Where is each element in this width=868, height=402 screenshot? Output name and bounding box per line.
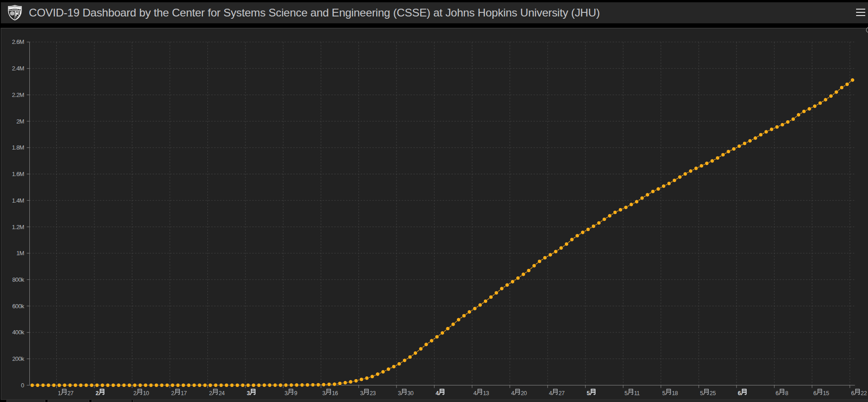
- svg-text:3: 3: [360, 390, 363, 397]
- svg-text:6: 6: [738, 390, 741, 397]
- svg-text:23: 23: [369, 390, 376, 397]
- svg-text:22: 22: [861, 390, 867, 397]
- svg-text:16: 16: [332, 390, 338, 397]
- svg-text:30: 30: [407, 390, 414, 397]
- svg-text:5: 5: [624, 390, 628, 397]
- svg-text:24: 24: [218, 390, 225, 397]
- svg-text:3: 3: [398, 390, 401, 397]
- svg-text:17: 17: [181, 390, 187, 397]
- svg-text:200k: 200k: [12, 355, 25, 362]
- svg-text:2.4M: 2.4M: [12, 65, 24, 72]
- svg-text:1.8M: 1.8M: [12, 144, 24, 151]
- svg-text:1M: 1M: [16, 250, 24, 257]
- svg-text:6: 6: [851, 390, 854, 397]
- svg-text:1.2M: 1.2M: [12, 224, 24, 230]
- svg-text:27: 27: [559, 390, 565, 397]
- svg-text:4: 4: [473, 390, 477, 397]
- svg-text:2: 2: [96, 390, 99, 397]
- svg-text:6: 6: [776, 390, 779, 397]
- svg-text:3: 3: [284, 390, 288, 397]
- svg-text:4: 4: [435, 390, 439, 397]
- svg-text:0: 0: [21, 382, 24, 389]
- svg-text:400k: 400k: [12, 329, 25, 336]
- svg-text:2: 2: [209, 390, 212, 397]
- svg-text:2: 2: [133, 390, 136, 397]
- svg-text:5: 5: [587, 390, 590, 397]
- svg-text:1: 1: [58, 390, 61, 397]
- svg-text:2.2M: 2.2M: [12, 91, 24, 98]
- svg-text:18: 18: [672, 390, 678, 397]
- svg-text:11: 11: [634, 390, 640, 397]
- svg-text:2M: 2M: [16, 118, 24, 125]
- svg-text:2: 2: [171, 390, 174, 397]
- svg-text:4: 4: [511, 390, 515, 397]
- svg-text:27: 27: [67, 390, 74, 397]
- svg-text:600k: 600k: [12, 303, 25, 310]
- svg-text:3: 3: [247, 390, 250, 397]
- svg-text:5: 5: [662, 390, 666, 397]
- svg-text:2.6M: 2.6M: [12, 38, 24, 45]
- svg-text:25: 25: [710, 390, 716, 397]
- svg-text:800k: 800k: [12, 276, 25, 283]
- svg-text:9: 9: [294, 390, 297, 397]
- svg-text:20: 20: [521, 390, 527, 397]
- svg-text:8: 8: [785, 390, 788, 397]
- svg-text:10: 10: [143, 390, 149, 397]
- svg-text:15: 15: [823, 390, 830, 397]
- svg-text:1.4M: 1.4M: [12, 197, 24, 204]
- svg-text:13: 13: [483, 390, 489, 397]
- svg-text:5: 5: [700, 390, 703, 397]
- svg-text:4: 4: [549, 390, 552, 397]
- svg-text:3: 3: [322, 390, 326, 397]
- svg-text:1.6M: 1.6M: [12, 171, 24, 177]
- svg-text:6: 6: [814, 390, 817, 397]
